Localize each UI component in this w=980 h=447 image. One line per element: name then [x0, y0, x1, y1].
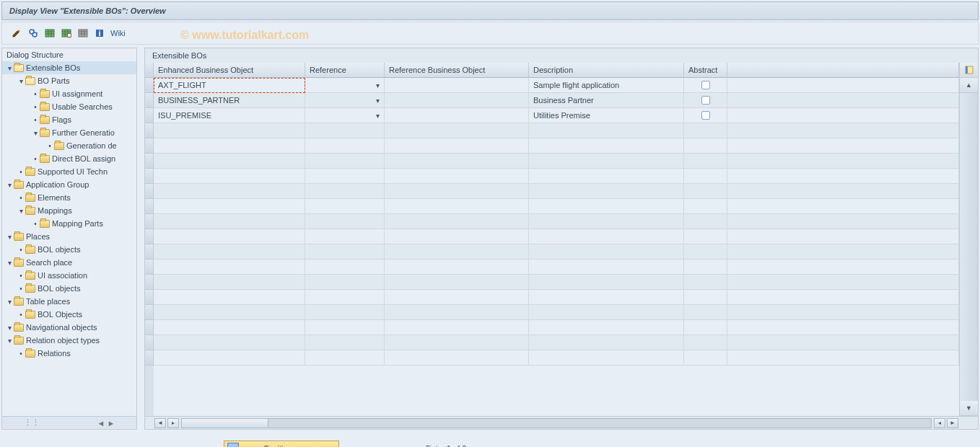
cell-ref[interactable] — [305, 275, 385, 290]
cell-ebo[interactable] — [154, 320, 305, 335]
wiki-link[interactable]: Wiki — [110, 29, 126, 37]
cell-ebo[interactable] — [154, 305, 305, 320]
cell-desc[interactable] — [529, 244, 684, 260]
cell-rbo[interactable] — [385, 260, 529, 275]
cell-desc[interactable] — [529, 184, 684, 199]
row-header-cell[interactable] — [145, 260, 154, 275]
cell-ref[interactable] — [305, 305, 385, 320]
tree-item[interactable]: ▾BO Parts — [2, 74, 136, 87]
cell-ref[interactable] — [305, 244, 385, 260]
cell-ref[interactable] — [305, 335, 385, 350]
tree-item[interactable]: ▾Application Group — [2, 178, 136, 191]
col-header-abs[interactable]: Abstract — [684, 63, 727, 78]
cell-abs[interactable] — [684, 320, 727, 335]
cell-ebo[interactable] — [154, 214, 305, 229]
cell-ebo[interactable] — [154, 275, 305, 290]
tree-item[interactable]: •UI assignment — [2, 87, 136, 100]
row-header-cell[interactable] — [145, 169, 154, 184]
scroll-left-icon[interactable]: ◄ — [154, 418, 166, 428]
cell-abs[interactable] — [684, 169, 727, 184]
cell-desc[interactable] — [529, 320, 684, 335]
cell-abs[interactable] — [684, 350, 727, 366]
display-icon-button[interactable] — [26, 26, 40, 40]
cell-desc[interactable] — [529, 350, 684, 366]
cell-ebo[interactable] — [154, 290, 305, 305]
scroll-up-icon[interactable]: ▲ — [960, 78, 978, 93]
scroll-right-icon[interactable]: ► — [947, 418, 958, 428]
h-scroll-thumb[interactable] — [182, 419, 268, 428]
cell-ref[interactable] — [305, 93, 385, 108]
cell-ref[interactable] — [305, 78, 385, 93]
row-header-cell[interactable] — [145, 214, 154, 229]
tree-toggle-icon[interactable]: ▾ — [5, 298, 14, 306]
tree-item[interactable]: •BOL objects — [2, 282, 136, 295]
cell-rbo[interactable] — [385, 229, 529, 244]
cell-ebo[interactable] — [154, 350, 305, 366]
cell-desc[interactable] — [529, 169, 684, 184]
tree-item[interactable]: ▾Search place — [2, 256, 136, 269]
cell-ebo[interactable] — [154, 199, 305, 214]
row-header-cell[interactable] — [145, 320, 154, 335]
cell-ref[interactable] — [305, 290, 385, 305]
tree-toggle-icon[interactable]: ▾ — [5, 181, 14, 189]
cell-ref[interactable] — [305, 214, 385, 229]
cell-ref[interactable] — [305, 260, 385, 275]
cell-abs[interactable] — [684, 123, 727, 138]
tree-toggle-icon[interactable]: ▾ — [31, 129, 40, 137]
checkbox[interactable] — [701, 96, 710, 105]
cell-abs[interactable] — [684, 260, 727, 275]
cell-abs[interactable] — [684, 108, 727, 123]
scroll-right-end-icon[interactable]: ◂ — [934, 418, 945, 428]
tree-item[interactable]: •Usable Searches — [2, 100, 136, 113]
cell-abs[interactable] — [684, 229, 727, 244]
cell-abs[interactable] — [684, 78, 727, 93]
tree-item[interactable]: •Flags — [2, 113, 136, 126]
cell-ebo[interactable] — [154, 184, 305, 199]
cell-abs[interactable] — [684, 244, 727, 260]
cell-ref[interactable] — [305, 123, 385, 138]
tree-item[interactable]: •BOL Objects — [2, 308, 136, 321]
cell-rbo[interactable] — [385, 214, 529, 229]
cell-rbo[interactable] — [385, 78, 529, 93]
cell-desc[interactable] — [529, 199, 684, 214]
row-header-cell[interactable] — [145, 123, 154, 138]
table-settings-icon-button[interactable] — [59, 26, 74, 40]
col-header-rbo[interactable]: Reference Business Object — [385, 63, 529, 78]
table-icon-button[interactable] — [43, 26, 57, 40]
tree-item[interactable]: ▾Navigational objects — [2, 321, 136, 334]
cell-ebo[interactable] — [154, 335, 305, 350]
tree-item[interactable]: ▾Relation object types — [2, 334, 136, 347]
cell-rbo[interactable] — [385, 350, 529, 366]
cell-rbo[interactable] — [385, 290, 529, 305]
cell-abs[interactable] — [684, 184, 727, 199]
cell-rbo[interactable] — [385, 93, 529, 108]
cell-rbo[interactable] — [385, 154, 529, 169]
col-header-ref[interactable]: Reference — [305, 63, 385, 78]
cell-desc[interactable] — [529, 229, 684, 244]
scroll-track[interactable] — [960, 93, 978, 401]
tree-toggle-icon[interactable]: ▾ — [5, 64, 14, 72]
cell-abs[interactable] — [684, 305, 727, 320]
cell-desc[interactable] — [529, 305, 684, 320]
cell-ebo[interactable] — [154, 229, 305, 244]
cell-ebo[interactable]: AXT_FLIGHT — [154, 78, 305, 93]
cell-abs[interactable] — [684, 290, 727, 305]
tree-item[interactable]: ▾Places — [2, 230, 136, 243]
tree-item[interactable]: •UI association — [2, 269, 136, 282]
h-scroll-track[interactable] — [181, 418, 932, 428]
tree-item[interactable]: •Generation de — [2, 139, 136, 152]
row-header-cell[interactable] — [145, 350, 154, 366]
cell-desc[interactable] — [529, 138, 684, 154]
cell-rbo[interactable] — [385, 169, 529, 184]
row-header-cell[interactable] — [145, 108, 154, 123]
cell-rbo[interactable] — [385, 123, 529, 138]
cell-ref[interactable] — [305, 138, 385, 154]
info-icon-button[interactable]: i — [92, 26, 107, 40]
cell-ebo[interactable]: BUSINESS_PARTNER — [154, 93, 305, 108]
cell-abs[interactable] — [684, 138, 727, 154]
cell-desc[interactable] — [529, 214, 684, 229]
col-header-desc[interactable]: Description — [529, 63, 684, 78]
cell-ebo[interactable] — [154, 154, 305, 169]
tree-item[interactable]: ▾Extensible BOs — [2, 61, 136, 74]
cell-ref[interactable] — [305, 184, 385, 199]
